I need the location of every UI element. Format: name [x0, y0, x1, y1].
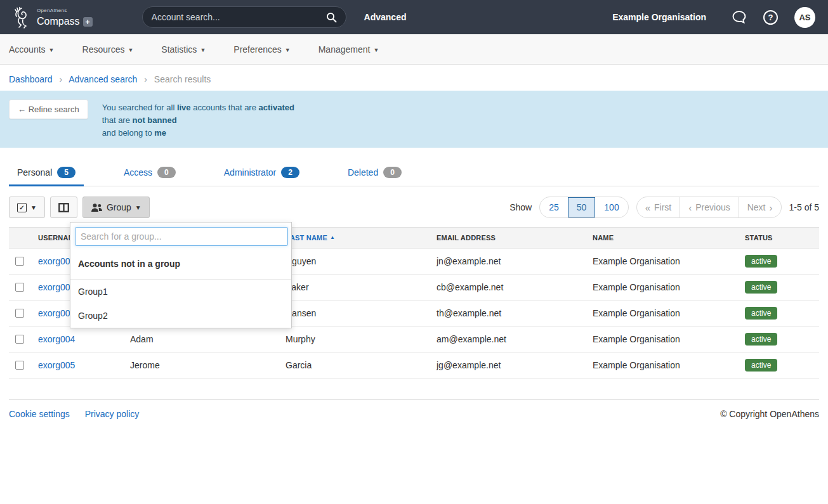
columns-icon	[58, 203, 69, 212]
last-name-cell: Garcia	[279, 352, 430, 378]
brand-plus-icon: +	[83, 17, 93, 27]
page-size-selector: 25 50 100	[539, 197, 629, 218]
summary-line-3: and belong to me	[102, 127, 294, 139]
breadcrumb: Dashboard › Advanced search › Search res…	[0, 65, 828, 91]
count-badge: 0	[157, 167, 176, 178]
nav-accounts[interactable]: Accounts▼	[9, 44, 55, 55]
email-cell: cb@example.net	[430, 275, 586, 300]
group-people-icon	[91, 204, 103, 212]
group-search-input[interactable]	[75, 227, 288, 246]
table-row: exorg004 Adam Murphy am@example.net Exam…	[9, 326, 819, 352]
chevron-right-icon: ›	[144, 74, 147, 84]
email-cell: th@example.net	[430, 300, 586, 326]
count-badge: 0	[383, 167, 402, 178]
count-badge: 5	[57, 167, 76, 178]
count-badge: 2	[281, 167, 299, 178]
pagination-previous[interactable]: ‹Previous	[680, 197, 738, 217]
org-name-cell: Example Organisation	[586, 275, 739, 300]
main-nav: Accounts▼ Resources▼ Statistics▼ Prefere…	[0, 34, 828, 65]
page-size-25[interactable]: 25	[540, 197, 568, 217]
status-badge: active	[745, 359, 777, 372]
cookie-settings-link[interactable]: Cookie settings	[9, 409, 70, 419]
email-cell: jn@example.net	[430, 249, 586, 275]
row-checkbox[interactable]	[15, 283, 24, 292]
results-range-label: 1-5 of 5	[789, 202, 819, 212]
row-checkbox[interactable]	[15, 361, 24, 370]
dropdown-item-group1[interactable]: Group1	[70, 280, 291, 304]
tab-access[interactable]: Access0	[115, 163, 184, 186]
row-checkbox[interactable]	[15, 335, 24, 344]
pagination: «First ‹Previous Next›	[636, 197, 782, 218]
status-badge: active	[745, 281, 777, 294]
breadcrumb-advanced-search[interactable]: Advanced search	[69, 74, 137, 84]
username-link[interactable]: exorg005	[38, 360, 75, 370]
column-last-name[interactable]: LAST NAME▲	[279, 228, 430, 249]
nav-statistics[interactable]: Statistics▼	[161, 44, 206, 55]
first-name-cell: Jerome	[124, 352, 279, 378]
column-status[interactable]: STATUS	[739, 228, 819, 249]
page: OpenAthensCompass+ Advanced Example Orga…	[0, 0, 828, 504]
organisation-name: Example Organisation	[612, 12, 706, 22]
chevron-down-icon: ▼	[30, 204, 37, 211]
last-name-cell: Nguyen	[279, 249, 430, 275]
search-icon[interactable]	[326, 12, 337, 23]
row-checkbox[interactable]	[15, 309, 24, 318]
last-name-cell: Murphy	[279, 326, 430, 352]
page-size-50[interactable]: 50	[568, 197, 596, 217]
sort-ascending-icon: ▲	[330, 235, 335, 240]
help-icon[interactable]: ?	[763, 10, 778, 25]
brand-logo[interactable]: OpenAthensCompass+	[13, 6, 93, 29]
refine-term: me	[154, 128, 166, 138]
dropdown-item-no-group[interactable]: Accounts not in a group	[70, 250, 291, 279]
tab-personal[interactable]: Personal5	[9, 163, 84, 186]
nav-preferences[interactable]: Preferences▼	[233, 44, 290, 55]
chevron-down-icon: ▼	[49, 47, 55, 53]
checkbox-icon: ✓	[17, 203, 27, 212]
summary-line-1: You searched for all live accounts that …	[102, 101, 294, 114]
select-all-dropdown-button[interactable]: ✓▼	[9, 197, 45, 218]
refine-search-button[interactable]: ← Refine search	[9, 100, 88, 119]
group-dropdown-button[interactable]: Group ▼	[82, 197, 150, 218]
org-name-cell: Example Organisation	[586, 326, 739, 352]
account-search-box	[142, 6, 346, 28]
brand-openathens-label: OpenAthens	[37, 8, 93, 13]
first-name-cell: Adam	[124, 326, 279, 352]
brand-compass-label: Compass	[37, 16, 80, 27]
username-link[interactable]: exorg004	[38, 334, 75, 344]
columns-button[interactable]	[50, 197, 77, 218]
refine-term: live	[177, 103, 191, 112]
nav-management[interactable]: Management▼	[319, 44, 379, 55]
dropdown-item-group2[interactable]: Group2	[70, 304, 291, 328]
email-cell: jg@example.net	[430, 352, 586, 378]
org-name-cell: Example Organisation	[586, 352, 739, 378]
chevron-down-icon: ▼	[128, 47, 133, 53]
tab-administrator[interactable]: Administrator2	[216, 163, 308, 186]
page-size-100[interactable]: 100	[595, 197, 628, 217]
results-toolbar: ✓▼ Group ▼ Show	[9, 197, 819, 218]
privacy-policy-link[interactable]: Privacy policy	[85, 409, 140, 419]
column-name[interactable]: NAME	[586, 228, 739, 249]
footer: Cookie settings Privacy policy © Copyrig…	[9, 399, 819, 419]
openathens-owl-icon	[13, 6, 33, 29]
advanced-search-link[interactable]: Advanced	[364, 12, 407, 22]
messages-icon[interactable]	[732, 10, 747, 24]
account-search-input[interactable]	[152, 12, 326, 22]
refine-term: activated	[259, 103, 294, 112]
tab-deleted[interactable]: Deleted0	[339, 163, 410, 186]
chevron-down-icon: ▼	[200, 47, 206, 53]
pagination-next[interactable]: Next›	[739, 197, 781, 217]
chevron-right-icon: ›	[770, 202, 773, 213]
checkbox-column-header	[9, 228, 32, 249]
column-email[interactable]: EMAIL ADDRESS	[430, 228, 586, 249]
chevron-down-icon: ▼	[285, 47, 291, 53]
pagination-first[interactable]: «First	[637, 197, 680, 217]
user-avatar[interactable]: AS	[794, 7, 815, 28]
double-chevron-left-icon: «	[645, 202, 650, 213]
row-checkbox[interactable]	[15, 257, 24, 266]
nav-resources[interactable]: Resources▼	[82, 44, 134, 55]
breadcrumb-current: Search results	[154, 74, 211, 84]
status-badge: active	[745, 307, 777, 320]
group-dropdown-panel: Accounts not in a group Group1 Group2	[70, 222, 292, 328]
breadcrumb-dashboard[interactable]: Dashboard	[9, 74, 53, 84]
search-summary-banner: ← Refine search You searched for all liv…	[0, 91, 828, 148]
